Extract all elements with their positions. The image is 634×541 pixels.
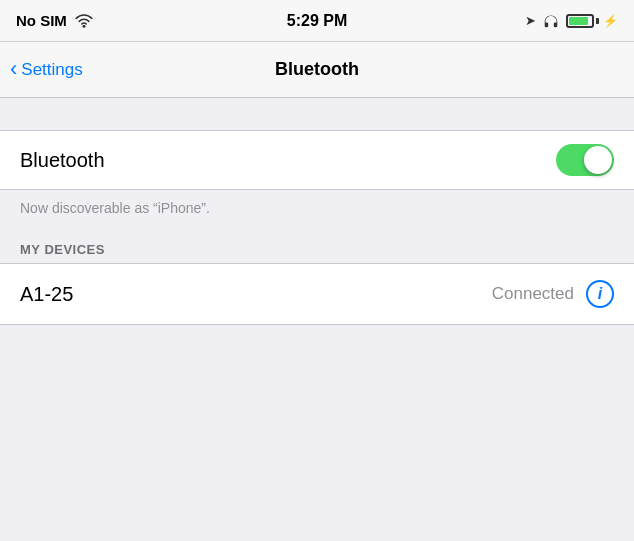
bluetooth-label: Bluetooth xyxy=(20,149,105,172)
status-bar: No SIM 5:29 PM ➤ ⚡ xyxy=(0,0,634,42)
my-devices-header: MY DEVICES xyxy=(0,230,634,263)
device-right: Connected i xyxy=(492,280,614,308)
bluetooth-toggle[interactable] xyxy=(556,144,614,176)
bluetooth-section: Bluetooth xyxy=(0,130,634,190)
chevron-left-icon: ‹ xyxy=(10,58,17,80)
device-name: A1-25 xyxy=(20,283,73,306)
status-time: 5:29 PM xyxy=(287,12,347,30)
device-status: Connected xyxy=(492,284,574,304)
headphone-icon xyxy=(542,14,560,28)
toggle-knob xyxy=(584,146,612,174)
back-button[interactable]: ‹ Settings xyxy=(10,60,83,80)
carrier-label: No SIM xyxy=(16,12,67,29)
wifi-icon xyxy=(75,14,93,28)
info-icon: i xyxy=(598,285,602,303)
bluetooth-row: Bluetooth xyxy=(0,131,634,189)
info-button[interactable]: i xyxy=(586,280,614,308)
nav-bar: ‹ Settings Bluetooth xyxy=(0,42,634,98)
table-row: A1-25 Connected i xyxy=(0,264,634,324)
device-list: A1-25 Connected i xyxy=(0,263,634,325)
discoverable-note: Now discoverable as “iPhone”. xyxy=(0,190,634,230)
page-title: Bluetooth xyxy=(275,59,359,80)
section-spacer-top xyxy=(0,98,634,130)
back-label: Settings xyxy=(21,60,82,80)
status-right: ➤ ⚡ xyxy=(525,13,618,28)
battery-indicator: ⚡ xyxy=(566,14,618,28)
location-icon: ➤ xyxy=(525,13,536,28)
status-left: No SIM xyxy=(16,12,93,29)
